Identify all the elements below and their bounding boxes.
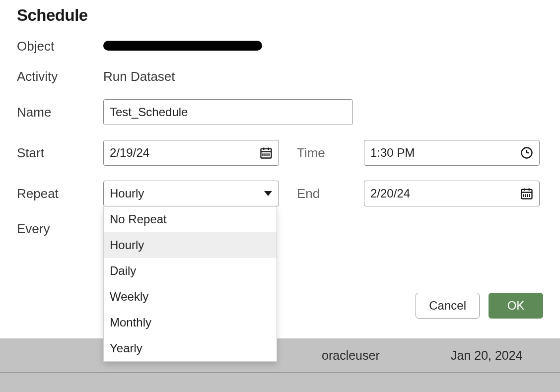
- time-group: [364, 140, 540, 166]
- cancel-button[interactable]: Cancel: [416, 293, 480, 319]
- table-row[interactable]: oracleuser Jan 20, 2024: [0, 338, 560, 373]
- row-user: oracleuser: [322, 348, 380, 363]
- repeat-option[interactable]: No Repeat: [104, 206, 277, 232]
- repeat-option[interactable]: Monthly: [104, 310, 277, 335]
- repeat-select[interactable]: Hourly: [103, 181, 279, 206]
- object-redacted: [103, 41, 262, 51]
- clock-icon[interactable]: [519, 145, 535, 161]
- calendar-icon[interactable]: [258, 145, 274, 161]
- end-date-input[interactable]: [364, 181, 540, 206]
- dialog-title: Schedule: [17, 6, 543, 25]
- name-label: Name: [17, 105, 103, 120]
- repeat-option[interactable]: Daily: [104, 258, 277, 284]
- dialog-buttons: Cancel OK: [416, 293, 543, 319]
- start-label: Start: [17, 145, 103, 161]
- time-label: Time: [297, 145, 364, 161]
- repeat-option[interactable]: Yearly: [104, 335, 277, 361]
- end-label: End: [297, 186, 364, 201]
- calendar-icon[interactable]: [519, 186, 535, 201]
- every-label: Every: [17, 221, 103, 237]
- time-input[interactable]: [364, 140, 540, 166]
- repeat-option[interactable]: Weekly: [104, 284, 277, 310]
- object-value: [103, 41, 279, 53]
- name-input[interactable]: [103, 99, 353, 125]
- repeat-option[interactable]: Hourly: [104, 232, 277, 258]
- repeat-dropdown: No RepeatHourlyDailyWeeklyMonthlyYearly: [103, 206, 277, 362]
- activity-value: Run Dataset: [103, 69, 279, 84]
- table-row[interactable]: [0, 373, 560, 392]
- repeat-label: Repeat: [17, 186, 103, 201]
- activity-label: Activity: [17, 69, 103, 84]
- object-label: Object: [17, 39, 103, 54]
- ok-button[interactable]: OK: [489, 293, 543, 319]
- background-list: oracleuser Jan 20, 2024: [0, 338, 560, 392]
- start-date-group: [103, 140, 279, 166]
- end-date-group: [364, 181, 540, 206]
- start-date-input[interactable]: [103, 140, 279, 166]
- repeat-select-wrap: Hourly No RepeatHourlyDailyWeeklyMonthly…: [103, 181, 279, 206]
- row-date: Jan 20, 2024: [451, 348, 523, 363]
- schedule-dialog: Schedule Object Activity Run Dataset Nam…: [0, 0, 560, 338]
